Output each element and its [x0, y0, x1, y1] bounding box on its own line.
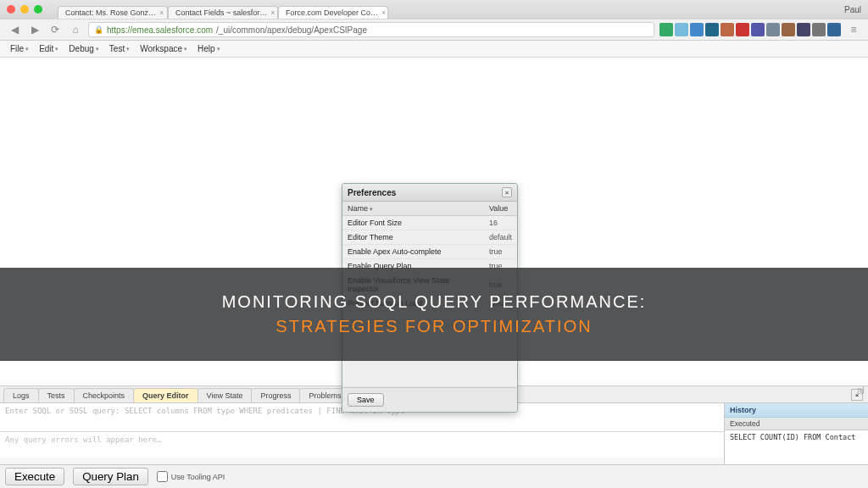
col-value[interactable]: Value [484, 202, 517, 216]
watermark: al [857, 385, 865, 396]
url-field[interactable]: 🔒 https://emea.salesforce.com/_ui/common… [88, 22, 654, 37]
menu-icon[interactable]: ≡ [846, 22, 861, 37]
table-row: Editor Font Size16 [342, 216, 517, 230]
dialog-header[interactable]: Preferences × [342, 184, 517, 202]
browser-tab-1[interactable]: Contact Fields ~ salesfor…× [168, 6, 278, 19]
ext-icon[interactable] [690, 23, 704, 36]
ext-icon[interactable] [721, 23, 734, 36]
col-name[interactable]: Name [342, 202, 484, 216]
back-icon[interactable]: ◀ [7, 22, 22, 37]
reload-icon[interactable]: ⟳ [47, 22, 63, 37]
ext-icon[interactable] [705, 23, 719, 36]
overlay-line1: MONITORING SOQL QUERY PERFORMANCE: [222, 292, 647, 312]
tab-progress[interactable]: Progress [251, 388, 300, 402]
home-icon[interactable]: ⌂ [68, 22, 83, 37]
menu-workspace[interactable]: Workspace▾ [136, 42, 191, 55]
browser-tabs: Contact: Ms. Rose Gonz…× Contact Fields … [58, 0, 839, 19]
bottom-footer: Execute Query Plan Use Tooling API [0, 464, 868, 488]
browser-tab-0[interactable]: Contact: Ms. Rose Gonz…× [58, 6, 168, 19]
tab-tests[interactable]: Tests [38, 388, 75, 402]
browser-urlbar: ◀ ▶ ⟳ ⌂ 🔒 https://emea.salesforce.com/_u… [0, 19, 868, 41]
chevron-down-icon: ▾ [25, 46, 29, 53]
ext-icon[interactable] [766, 23, 780, 36]
menu-help[interactable]: Help▾ [194, 42, 224, 55]
tooling-api-toggle[interactable]: Use Tooling API [157, 471, 225, 482]
url-host: https://emea.salesforce.com [107, 25, 213, 35]
menu-debug[interactable]: Debug▾ [65, 42, 102, 55]
traffic-min-icon[interactable] [20, 5, 29, 14]
title-overlay: MONITORING SOQL QUERY PERFORMANCE: STRAT… [0, 268, 868, 361]
ext-icon[interactable] [782, 23, 795, 36]
traffic-max-icon[interactable] [34, 5, 42, 14]
tab-checkpoints[interactable]: Checkpoints [74, 388, 135, 402]
history-title: History [725, 403, 868, 418]
close-icon[interactable]: × [381, 8, 386, 17]
ext-icon[interactable] [675, 23, 688, 36]
history-item[interactable]: SELECT COUNT(ID) FROM Contact [725, 430, 868, 464]
tab-view-state[interactable]: View State [198, 388, 253, 402]
menu-test[interactable]: Test▾ [106, 42, 133, 55]
chevron-down-icon: ▾ [126, 46, 130, 53]
history-panel: History Executed SELECT COUNT(ID) FROM C… [724, 403, 868, 464]
ext-icon[interactable] [736, 23, 749, 36]
tab-logs[interactable]: Logs [3, 388, 39, 402]
execute-button[interactable]: Execute [5, 468, 64, 485]
forward-icon[interactable]: ▶ [27, 22, 42, 37]
window-titlebar: Contact: Ms. Rose Gonz…× Contact Fields … [0, 0, 868, 19]
menu-file[interactable]: File▾ [7, 42, 32, 55]
chevron-down-icon: ▾ [96, 46, 99, 53]
ext-icon[interactable] [812, 23, 826, 36]
traffic-close-icon[interactable] [7, 5, 15, 14]
close-icon[interactable]: × [502, 187, 512, 197]
tooling-api-checkbox[interactable] [157, 471, 168, 482]
tab-query-editor[interactable]: Query Editor [133, 388, 198, 402]
chevron-down-icon: ▾ [217, 46, 220, 53]
table-row: Enable Apex Auto-completetrue [342, 245, 517, 259]
query-plan-button[interactable]: Query Plan [73, 468, 148, 485]
chevron-down-icon: ▾ [184, 46, 187, 53]
query-errors: Any query errors will appear here… [0, 432, 724, 458]
browser-user: Paul [844, 5, 861, 14]
dialog-title: Preferences [348, 188, 396, 197]
ext-icon[interactable] [659, 23, 673, 36]
url-path: /_ui/common/apex/debug/ApexCSIPage [216, 25, 367, 35]
devconsole-content: Preferences × Name Value Editor Font Siz… [0, 58, 868, 488]
table-row: Editor Themedefault [342, 230, 517, 245]
ext-icon[interactable] [797, 23, 810, 36]
close-icon[interactable]: × [159, 8, 164, 17]
ext-icon[interactable] [751, 23, 765, 36]
close-icon[interactable]: × [270, 8, 275, 17]
chevron-down-icon: ▾ [55, 46, 58, 53]
devconsole-menubar: File▾ Edit▾ Debug▾ Test▾ Workspace▾ Help… [0, 41, 868, 58]
menu-edit[interactable]: Edit▾ [36, 42, 62, 55]
save-button[interactable]: Save [348, 393, 384, 407]
history-sub: Executed [725, 418, 868, 430]
overlay-line2: STRATEGIES FOR OPTIMIZATION [275, 317, 592, 336]
ext-icon[interactable] [827, 23, 841, 36]
lock-icon: 🔒 [94, 25, 103, 34]
browser-tab-2[interactable]: Force.com Developer Co…× [278, 6, 388, 19]
extension-icons [659, 23, 841, 36]
